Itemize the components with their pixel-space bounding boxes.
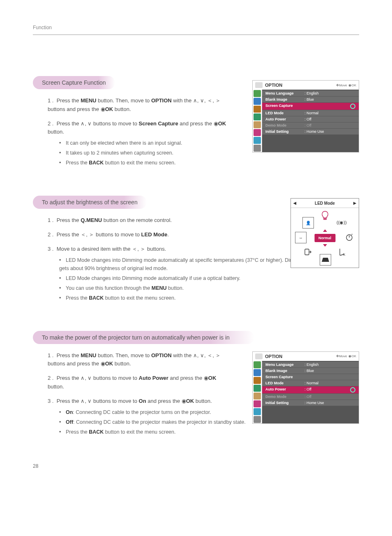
bullet-item: You can use this function through the ME… [59,284,330,292]
step-item: 1 . Press the MENU button. Then, move to… [48,97,228,114]
dial-header: ◀ LED Mode ▶ [291,199,359,208]
sidebar-icon [254,90,261,97]
sidebar-icon [254,98,261,105]
heading-brightness: To adjust the brightness of the screen [33,196,147,209]
triangle-right-icon: ▶ [353,201,356,205]
svg-text:((◉)): ((◉)) [337,220,347,225]
led-mode-dial: ◀ LED Mode ▶ 👤 ((◉)) ↔ z [291,198,359,268]
osd-row[interactable]: Demo Mode: Off [262,394,359,400]
osd-row[interactable]: LED Mode: Normal [262,110,359,116]
osd-title: OPTION [265,83,282,88]
picture-icon: 👤 [302,217,314,229]
wrench-icon [255,82,263,88]
osd-option-menu-2: OPTION ✥Move ◉OK Menu Language: EnglishB… [252,351,359,424]
sidebar-icon [254,393,261,400]
osd-row[interactable]: Menu Language: English [262,362,359,368]
dial-center-value: Normal [314,234,335,242]
step-item: 2 . Press the ＜, ＞ buttons to move to LE… [48,231,228,239]
bullet-item: It can only be elected when there is an … [59,139,228,147]
osd-hint-ok: ◉OK [348,354,356,358]
sidebar-icon [254,121,261,128]
osd-sidebar [253,361,262,423]
osd-row[interactable]: Demo Mode: Off [262,122,359,129]
sidebar-icon [254,385,261,392]
svg-text:z: z [351,233,353,236]
step-item: 2 . Press the ∧, ∨ buttons to move to Au… [48,374,228,391]
section-auto-power: To make the power of the projector turn … [33,331,359,436]
triangle-up-icon [323,229,327,232]
heading-auto-power: To make the power of the projector turn … [33,331,254,344]
osd-list-2: Menu Language: EnglishBlank Image: BlueS… [262,361,359,423]
keystone-icon [320,254,331,266]
osd-sidebar [253,90,262,152]
bullet-item: Press the BACK button to exit the menu s… [59,159,228,167]
osd-row[interactable]: Screen Capture [262,374,359,380]
osd-row[interactable]: Blank Image: Blue [262,368,359,374]
triangle-left-icon: ◀ [293,201,296,205]
sidebar-icon [254,137,261,144]
sidebar-icon [254,408,261,415]
step-item: 1 . Press the Q.MENU button on the remot… [48,216,228,225]
audio-icon: ((◉)) [337,217,347,228]
osd-row[interactable]: Screen Capture [262,103,359,110]
step-item: 2 . Press the ∧, ∨ buttons to move to Sc… [48,120,228,167]
svg-text:K: K [343,253,346,256]
bullet-item: Press the BACK button to exit the menu s… [59,428,330,436]
sidebar-icon [254,106,261,113]
osd-header: OPTION ✥Move ◉OK [253,81,359,90]
sidebar-icon [254,361,261,368]
timer-icon: z [344,232,355,243]
aspect-icon: ↔ [295,232,307,243]
lamp-icon [320,210,330,221]
wrench-icon [255,353,263,359]
svg-rect-4 [305,249,309,255]
osd-row[interactable]: Initial Setting: Home Use [262,400,359,406]
usb-icon [302,247,313,257]
sidebar-icon [254,369,261,376]
heading-screen-capture: Screen Capture Function [33,76,115,89]
osd-row[interactable]: Initial Setting: Home Use [262,129,359,135]
osd-hint-ok: ◉OK [348,83,356,87]
page-number: 28 [33,463,38,469]
osd-row[interactable]: Blank Image: Blue [262,97,359,103]
sidebar-icon [254,129,261,136]
triangle-down-icon [323,244,327,247]
bullet-item: LED Mode changes into Dimming mode autom… [59,274,330,282]
section-brightness: To adjust the brightness of the screen ◀… [33,196,359,302]
section-screen-capture: Screen Capture Function OPTION ✥Move ◉OK [33,76,359,167]
step-item: 1 . Press the MENU button. Then, move to… [48,351,228,369]
osd-list-1: Menu Language: EnglishBlank Image: BlueS… [262,90,359,152]
sidebar-icon [254,377,261,384]
sidebar-icon [254,416,261,423]
bullet-item: Press the BACK button to exit the menu s… [59,294,330,302]
osd-option-menu-1: OPTION ✥Move ◉OK Menu Language: EnglishB… [252,80,359,152]
osd-header: OPTION ✥Move ◉OK [253,352,359,361]
osd-hint-move: ✥Move [336,354,347,358]
bullet-item: LED Mode changes into Dimming mode autom… [59,256,330,273]
sidebar-icon [254,400,261,407]
svg-marker-6 [322,258,329,262]
osd-title: OPTION [265,354,282,359]
osd-row[interactable]: LED Mode: Normal [262,380,359,386]
page-header: Function [33,25,359,35]
osd-row[interactable]: Auto Power: Off [262,386,359,394]
osd-hint-move: ✥Move [336,83,347,87]
bullet-item: It takes up to 2 minutes when capturing … [59,149,228,157]
sidebar-icon [254,113,261,120]
osd-row[interactable]: Auto Power: Off [262,116,359,122]
osd-row[interactable]: Menu Language: English [262,90,359,97]
sidebar-icon [254,145,261,152]
keystone-k-icon: K [337,247,347,257]
